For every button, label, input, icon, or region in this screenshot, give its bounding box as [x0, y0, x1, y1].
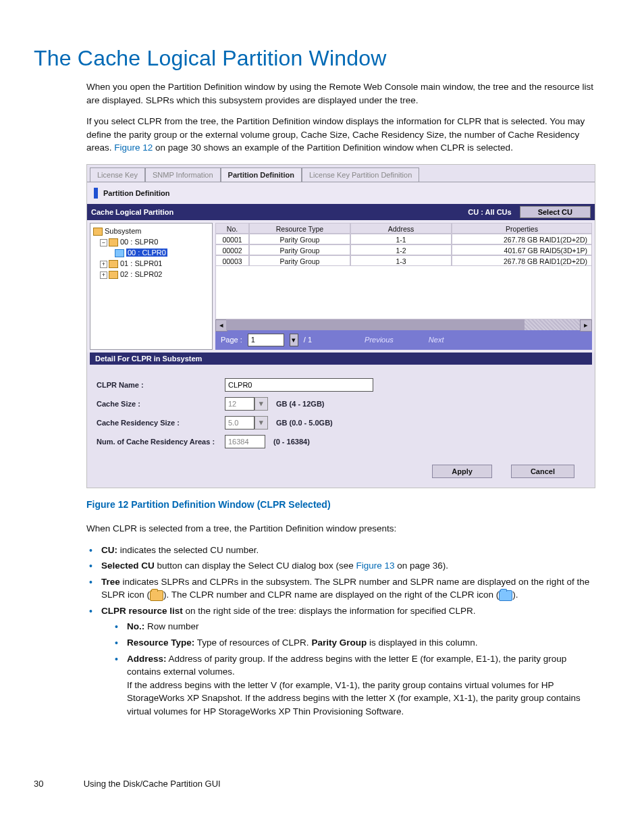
cell: Parity Group	[249, 234, 350, 244]
figure-caption: Figure 12 Partition Definition Window (C…	[86, 498, 597, 511]
tree-view[interactable]: Subsystem −00 : SLPR0 00 : CLPR0 +01 : S…	[90, 223, 213, 350]
section-label: Detail For CLPR in Subsystem	[90, 353, 592, 365]
tree-node-selected[interactable]: 00 : CLPR0	[126, 249, 167, 257]
paragraph: When you open the Partition Definition w…	[86, 80, 597, 107]
list-item: Tree indicates SLPRs and CLPRs in the su…	[101, 575, 597, 602]
clpr-name-label: CLPR Name :	[97, 381, 225, 389]
panel-title: Partition Definition	[103, 189, 169, 197]
page-number: 30	[34, 779, 81, 789]
page-input[interactable]: 1	[248, 334, 284, 346]
cell: 00001	[215, 234, 249, 244]
cu-indicator: CU : All CUs	[468, 208, 511, 216]
accent-bar	[94, 188, 98, 199]
slpr-icon	[109, 260, 118, 268]
cell: Parity Group	[249, 255, 350, 266]
cache-residency-size-input[interactable]: 5.0	[225, 416, 254, 429]
cell: 401.67 GB RAID5(3D+1P)	[452, 244, 592, 255]
cell: 1-3	[350, 255, 452, 266]
cache-size-range: GB (4 - 12GB)	[276, 400, 325, 408]
cell: 267.78 GB RAID1(2D+2D)	[452, 234, 592, 244]
cell: 00003	[215, 255, 249, 266]
grid-empty-area	[215, 266, 592, 319]
tree-node[interactable]: 00 : SLPR0	[120, 238, 158, 246]
tree-node[interactable]: 02 : SLPR02	[120, 270, 162, 278]
folder-icon	[93, 228, 103, 236]
clpr-icon	[115, 249, 124, 257]
cell: 1-2	[350, 244, 452, 255]
tree-node[interactable]: Subsystem	[105, 227, 141, 235]
table-row[interactable]: 00002 Parity Group 1-2 401.67 GB RAID5(3…	[215, 244, 592, 255]
dropdown-icon[interactable]: ▾	[254, 397, 268, 411]
section-label: Cache Logical Partition	[91, 208, 173, 216]
tab-license-key[interactable]: License Key	[90, 167, 145, 182]
tab-partition-definition[interactable]: Partition Definition	[221, 167, 302, 182]
list-item: CLPR resource list on the right side of …	[101, 604, 597, 719]
select-cu-button[interactable]: Select CU	[520, 206, 591, 218]
num-residency-areas-input[interactable]: 16384	[225, 435, 265, 448]
list-item: CU: indicates the selected CU number.	[101, 544, 597, 557]
cache-size-input[interactable]: 12	[225, 397, 254, 411]
cell: 1-1	[350, 234, 452, 244]
expand-icon[interactable]: +	[100, 271, 107, 279]
slpr-icon	[109, 238, 118, 246]
col-resource-type[interactable]: Resource Type	[249, 223, 350, 234]
list-item: Selected CU button can display the Selec…	[101, 559, 597, 573]
page-dropdown-icon[interactable]: ▾	[290, 334, 298, 346]
num-residency-areas-range: (0 - 16384)	[273, 438, 310, 446]
clpr-icon	[499, 590, 512, 601]
page-label: Page :	[221, 336, 242, 344]
cancel-button[interactable]: Cancel	[511, 465, 574, 478]
grid-header: No. Resource Type Address Properties	[215, 223, 592, 234]
apply-button[interactable]: Apply	[432, 465, 492, 478]
page-heading: The Cache Logical Partition Window	[34, 46, 603, 71]
num-residency-areas-label: Num. of Cache Residency Areas :	[97, 438, 225, 446]
footer-text: Using the Disk/Cache Partition GUI	[84, 779, 221, 789]
page-total: / 1	[304, 336, 312, 344]
slpr-icon	[109, 271, 118, 279]
table-row[interactable]: 00001 Parity Group 1-1 267.78 GB RAID1(2…	[215, 234, 592, 244]
dropdown-icon[interactable]: ▾	[254, 416, 268, 429]
figure-ref-link[interactable]: Figure 12	[114, 142, 153, 153]
list-item: No.: Row number	[127, 620, 597, 633]
cache-size-label: Cache Size :	[97, 400, 225, 408]
col-no[interactable]: No.	[215, 223, 249, 234]
expand-icon[interactable]: +	[100, 261, 107, 268]
paragraph: If you select CLPR from the tree, the Pa…	[86, 115, 597, 155]
slpr-icon	[150, 590, 163, 601]
cell: 00002	[215, 244, 249, 255]
cache-residency-size-range: GB (0.0 - 5.0GB)	[276, 419, 333, 427]
col-properties[interactable]: Properties	[452, 223, 592, 234]
cell: 267.78 GB RAID1(2D+2D)	[452, 255, 592, 266]
previous-button[interactable]: Previous	[350, 334, 408, 345]
horizontal-scrollbar[interactable]: ◂ ▸	[215, 319, 592, 330]
tab-license-key-partition-definition[interactable]: License Key Partition Definition	[302, 167, 419, 182]
tree-node[interactable]: 01 : SLPR01	[120, 259, 162, 267]
clpr-name-input[interactable]: CLPR0	[225, 378, 373, 392]
list-item: Resource Type: Type of resources of CLPR…	[127, 636, 597, 650]
col-address[interactable]: Address	[350, 223, 452, 234]
paragraph: When CLPR is selected from a tree, the P…	[86, 522, 597, 536]
list-item: Address: Address of parity group. If the…	[127, 652, 597, 719]
cache-residency-size-label: Cache Residency Size :	[97, 419, 225, 427]
figure-ref-link[interactable]: Figure 13	[356, 561, 394, 571]
collapse-icon[interactable]: −	[100, 239, 107, 246]
scroll-right-icon[interactable]: ▸	[580, 319, 592, 332]
cell: Parity Group	[249, 244, 350, 255]
page-footer: 30 Using the Disk/Cache Partition GUI	[34, 779, 603, 789]
next-button[interactable]: Next	[414, 334, 459, 345]
partition-definition-window: License Key SNMP Information Partition D…	[86, 164, 595, 488]
tab-snmp-info[interactable]: SNMP Information	[145, 167, 221, 182]
text: on page 30 shows an example of the Parti…	[153, 142, 513, 153]
table-row[interactable]: 00003 Parity Group 1-3 267.78 GB RAID1(2…	[215, 255, 592, 266]
